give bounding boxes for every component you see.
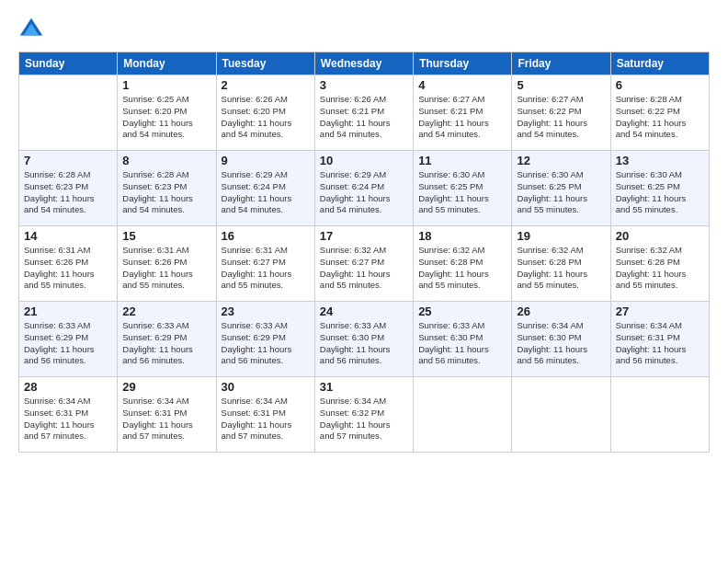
day-number: 21 xyxy=(24,304,112,318)
day-info: Sunrise: 6:28 AM Sunset: 6:22 PM Dayligh… xyxy=(616,94,704,141)
calendar-cell: 12Sunrise: 6:30 AM Sunset: 6:25 PM Dayli… xyxy=(512,151,610,226)
day-number: 28 xyxy=(24,380,112,394)
day-info: Sunrise: 6:34 AM Sunset: 6:30 PM Dayligh… xyxy=(517,320,605,367)
calendar-cell: 23Sunrise: 6:33 AM Sunset: 6:29 PM Dayli… xyxy=(216,302,314,377)
day-info: Sunrise: 6:29 AM Sunset: 6:24 PM Dayligh… xyxy=(222,169,310,216)
day-number: 27 xyxy=(616,304,704,318)
day-info: Sunrise: 6:30 AM Sunset: 6:25 PM Dayligh… xyxy=(517,169,605,216)
calendar-header-row: SundayMondayTuesdayWednesdayThursdayFrid… xyxy=(19,52,710,75)
day-info: Sunrise: 6:32 AM Sunset: 6:28 PM Dayligh… xyxy=(418,245,506,292)
day-number: 7 xyxy=(24,154,112,167)
logo xyxy=(18,17,48,42)
day-number: 12 xyxy=(517,154,605,167)
calendar-header-sunday: Sunday xyxy=(19,52,118,75)
day-number: 8 xyxy=(122,154,210,167)
calendar-cell: 22Sunrise: 6:33 AM Sunset: 6:29 PM Dayli… xyxy=(118,302,216,377)
day-info: Sunrise: 6:34 AM Sunset: 6:32 PM Dayligh… xyxy=(320,396,408,442)
day-info: Sunrise: 6:30 AM Sunset: 6:25 PM Dayligh… xyxy=(418,169,506,216)
logo-icon xyxy=(18,17,44,42)
day-info: Sunrise: 6:33 AM Sunset: 6:30 PM Dayligh… xyxy=(320,320,408,367)
calendar-cell: 10Sunrise: 6:29 AM Sunset: 6:24 PM Dayli… xyxy=(314,151,413,226)
calendar-cell: 9Sunrise: 6:29 AM Sunset: 6:24 PM Daylig… xyxy=(216,151,314,226)
day-info: Sunrise: 6:29 AM Sunset: 6:24 PM Dayligh… xyxy=(320,169,408,216)
calendar-cell: 21Sunrise: 6:33 AM Sunset: 6:29 PM Dayli… xyxy=(19,302,118,377)
day-number: 9 xyxy=(222,154,310,167)
day-number: 5 xyxy=(517,78,605,92)
day-number: 24 xyxy=(320,304,408,318)
day-info: Sunrise: 6:30 AM Sunset: 6:25 PM Dayligh… xyxy=(616,169,704,216)
calendar-header-wednesday: Wednesday xyxy=(314,52,413,75)
day-number: 15 xyxy=(122,229,210,243)
day-number: 31 xyxy=(320,380,408,394)
day-info: Sunrise: 6:33 AM Sunset: 6:29 PM Dayligh… xyxy=(222,320,310,367)
day-number: 23 xyxy=(222,304,310,318)
calendar-cell: 5Sunrise: 6:27 AM Sunset: 6:22 PM Daylig… xyxy=(512,75,610,151)
calendar-header-thursday: Thursday xyxy=(414,52,512,75)
day-number: 3 xyxy=(320,78,408,92)
calendar-header-monday: Monday xyxy=(118,52,216,75)
calendar-week-row: 28Sunrise: 6:34 AM Sunset: 6:31 PM Dayli… xyxy=(19,377,710,453)
calendar-cell: 29Sunrise: 6:34 AM Sunset: 6:31 PM Dayli… xyxy=(118,377,216,453)
day-info: Sunrise: 6:33 AM Sunset: 6:30 PM Dayligh… xyxy=(418,320,506,367)
calendar-cell: 4Sunrise: 6:27 AM Sunset: 6:21 PM Daylig… xyxy=(414,75,512,151)
day-number: 1 xyxy=(122,78,210,92)
calendar-cell xyxy=(512,377,610,453)
day-info: Sunrise: 6:27 AM Sunset: 6:21 PM Dayligh… xyxy=(418,94,506,141)
day-info: Sunrise: 6:34 AM Sunset: 6:31 PM Dayligh… xyxy=(122,396,210,442)
calendar-cell: 11Sunrise: 6:30 AM Sunset: 6:25 PM Dayli… xyxy=(414,151,512,226)
calendar-cell: 1Sunrise: 6:25 AM Sunset: 6:20 PM Daylig… xyxy=(118,75,216,151)
day-number: 13 xyxy=(616,154,704,167)
calendar-week-row: 21Sunrise: 6:33 AM Sunset: 6:29 PM Dayli… xyxy=(19,302,710,377)
calendar-week-row: 1Sunrise: 6:25 AM Sunset: 6:20 PM Daylig… xyxy=(19,75,710,151)
calendar-cell: 17Sunrise: 6:32 AM Sunset: 6:27 PM Dayli… xyxy=(314,226,413,302)
calendar-cell: 8Sunrise: 6:28 AM Sunset: 6:23 PM Daylig… xyxy=(118,151,216,226)
day-info: Sunrise: 6:28 AM Sunset: 6:23 PM Dayligh… xyxy=(122,169,210,216)
day-info: Sunrise: 6:28 AM Sunset: 6:23 PM Dayligh… xyxy=(24,169,112,216)
day-info: Sunrise: 6:34 AM Sunset: 6:31 PM Dayligh… xyxy=(222,396,310,442)
calendar-week-row: 14Sunrise: 6:31 AM Sunset: 6:26 PM Dayli… xyxy=(19,226,710,302)
calendar-cell: 2Sunrise: 6:26 AM Sunset: 6:20 PM Daylig… xyxy=(216,75,314,151)
calendar-table: SundayMondayTuesdayWednesdayThursdayFrid… xyxy=(18,52,710,453)
day-info: Sunrise: 6:26 AM Sunset: 6:20 PM Dayligh… xyxy=(222,94,310,141)
day-number: 18 xyxy=(418,229,506,243)
day-info: Sunrise: 6:32 AM Sunset: 6:28 PM Dayligh… xyxy=(517,245,605,292)
day-number: 16 xyxy=(222,229,310,243)
calendar-cell: 18Sunrise: 6:32 AM Sunset: 6:28 PM Dayli… xyxy=(414,226,512,302)
calendar-cell: 7Sunrise: 6:28 AM Sunset: 6:23 PM Daylig… xyxy=(19,151,118,226)
calendar-cell: 19Sunrise: 6:32 AM Sunset: 6:28 PM Dayli… xyxy=(512,226,610,302)
day-number: 11 xyxy=(418,154,506,167)
day-info: Sunrise: 6:34 AM Sunset: 6:31 PM Dayligh… xyxy=(24,396,112,442)
calendar-cell: 3Sunrise: 6:26 AM Sunset: 6:21 PM Daylig… xyxy=(314,75,413,151)
day-info: Sunrise: 6:31 AM Sunset: 6:26 PM Dayligh… xyxy=(122,245,210,292)
calendar-cell: 25Sunrise: 6:33 AM Sunset: 6:30 PM Dayli… xyxy=(414,302,512,377)
day-info: Sunrise: 6:34 AM Sunset: 6:31 PM Dayligh… xyxy=(616,320,704,367)
header xyxy=(18,17,710,42)
day-info: Sunrise: 6:33 AM Sunset: 6:29 PM Dayligh… xyxy=(24,320,112,367)
calendar-cell: 6Sunrise: 6:28 AM Sunset: 6:22 PM Daylig… xyxy=(610,75,709,151)
calendar-cell: 16Sunrise: 6:31 AM Sunset: 6:27 PM Dayli… xyxy=(216,226,314,302)
day-info: Sunrise: 6:26 AM Sunset: 6:21 PM Dayligh… xyxy=(320,94,408,141)
calendar-cell: 30Sunrise: 6:34 AM Sunset: 6:31 PM Dayli… xyxy=(216,377,314,453)
calendar-week-row: 7Sunrise: 6:28 AM Sunset: 6:23 PM Daylig… xyxy=(19,151,710,226)
calendar-cell xyxy=(610,377,709,453)
calendar-cell: 24Sunrise: 6:33 AM Sunset: 6:30 PM Dayli… xyxy=(314,302,413,377)
calendar-cell xyxy=(19,75,118,151)
day-info: Sunrise: 6:32 AM Sunset: 6:28 PM Dayligh… xyxy=(616,245,704,292)
calendar-cell: 26Sunrise: 6:34 AM Sunset: 6:30 PM Dayli… xyxy=(512,302,610,377)
day-number: 26 xyxy=(517,304,605,318)
calendar-cell: 20Sunrise: 6:32 AM Sunset: 6:28 PM Dayli… xyxy=(610,226,709,302)
calendar-cell: 15Sunrise: 6:31 AM Sunset: 6:26 PM Dayli… xyxy=(118,226,216,302)
day-number: 6 xyxy=(616,78,704,92)
day-number: 14 xyxy=(24,229,112,243)
calendar-header-saturday: Saturday xyxy=(610,52,709,75)
calendar-header-tuesday: Tuesday xyxy=(216,52,314,75)
day-number: 22 xyxy=(122,304,210,318)
calendar-cell: 13Sunrise: 6:30 AM Sunset: 6:25 PM Dayli… xyxy=(610,151,709,226)
day-info: Sunrise: 6:27 AM Sunset: 6:22 PM Dayligh… xyxy=(517,94,605,141)
day-info: Sunrise: 6:33 AM Sunset: 6:29 PM Dayligh… xyxy=(122,320,210,367)
day-info: Sunrise: 6:31 AM Sunset: 6:26 PM Dayligh… xyxy=(24,245,112,292)
day-number: 30 xyxy=(222,380,310,394)
day-info: Sunrise: 6:31 AM Sunset: 6:27 PM Dayligh… xyxy=(222,245,310,292)
day-number: 19 xyxy=(517,229,605,243)
calendar-cell xyxy=(414,377,512,453)
